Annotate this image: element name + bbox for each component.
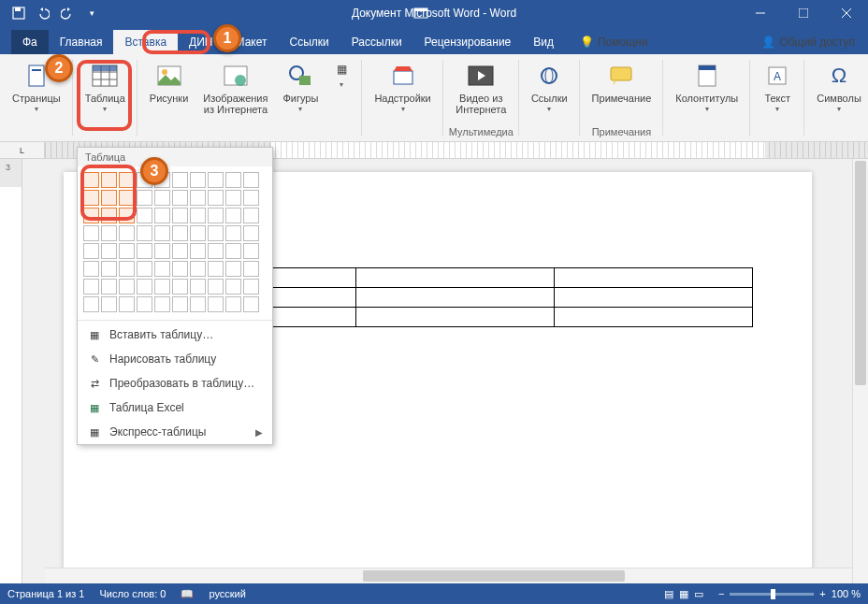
grid-cell[interactable] xyxy=(172,296,188,312)
grid-cell[interactable] xyxy=(119,296,135,312)
grid-cell[interactable] xyxy=(190,208,206,223)
grid-cell[interactable] xyxy=(154,261,170,277)
grid-cell[interactable] xyxy=(101,208,117,223)
grid-cell[interactable] xyxy=(243,243,259,259)
grid-cell[interactable] xyxy=(101,172,117,188)
addins-button[interactable]: Надстройки▾ xyxy=(368,56,437,137)
grid-cell[interactable] xyxy=(83,190,99,206)
grid-cell[interactable] xyxy=(243,279,259,295)
grid-cell[interactable] xyxy=(83,172,99,188)
header-footer-button[interactable]: Колонтитулы▾ xyxy=(669,56,745,137)
grid-cell[interactable] xyxy=(190,172,206,188)
grid-cell[interactable] xyxy=(208,261,224,277)
grid-cell[interactable] xyxy=(225,208,241,223)
grid-cell[interactable] xyxy=(243,208,259,223)
grid-cell[interactable] xyxy=(101,296,117,312)
grid-cell[interactable] xyxy=(190,279,206,295)
grid-cell[interactable] xyxy=(243,190,259,206)
tab-mailings[interactable]: Рассылки xyxy=(340,30,413,54)
comment-button[interactable]: Примечание xyxy=(586,56,658,126)
zoom-level[interactable]: 100 % xyxy=(832,588,861,599)
grid-cell[interactable] xyxy=(190,190,206,206)
grid-cell[interactable] xyxy=(101,190,117,206)
grid-cell[interactable] xyxy=(119,190,135,206)
horizontal-scrollbar[interactable] xyxy=(45,568,852,583)
save-icon[interactable] xyxy=(7,2,30,24)
grid-cell[interactable] xyxy=(154,279,170,295)
grid-cell[interactable] xyxy=(208,243,224,259)
qat-more-icon[interactable]: ▾ xyxy=(80,2,103,24)
grid-cell[interactable] xyxy=(154,190,170,206)
tab-review[interactable]: Рецензирование xyxy=(413,30,523,54)
grid-cell[interactable] xyxy=(119,243,135,259)
undo-icon[interactable] xyxy=(32,2,54,24)
read-mode-icon[interactable]: ▤ xyxy=(664,588,673,600)
language-indicator[interactable]: русский xyxy=(209,588,245,599)
excel-table-item[interactable]: ▦Таблица Excel xyxy=(78,395,272,420)
grid-cell[interactable] xyxy=(83,261,99,277)
grid-cell[interactable] xyxy=(190,261,206,277)
tell-me[interactable]: 💡Помощни xyxy=(574,30,653,54)
vertical-scrollbar[interactable] xyxy=(852,159,868,583)
grid-cell[interactable] xyxy=(83,279,99,295)
grid-cell[interactable] xyxy=(154,296,170,312)
scrollbar-thumb[interactable] xyxy=(855,161,866,385)
grid-cell[interactable] xyxy=(172,279,188,295)
grid-cell[interactable] xyxy=(172,208,188,223)
grid-cell[interactable] xyxy=(225,190,241,206)
grid-cell[interactable] xyxy=(208,190,224,206)
minimize-button[interactable] xyxy=(739,0,782,26)
grid-cell[interactable] xyxy=(172,225,188,241)
grid-cell[interactable] xyxy=(119,279,135,295)
zoom-in-button[interactable]: + xyxy=(819,588,825,599)
grid-cell[interactable] xyxy=(83,225,99,241)
grid-cell[interactable] xyxy=(208,296,224,312)
grid-cell[interactable] xyxy=(190,296,206,312)
grid-cell[interactable] xyxy=(243,225,259,241)
grid-cell[interactable] xyxy=(101,261,117,277)
table-size-grid[interactable] xyxy=(78,166,272,318)
grid-cell[interactable] xyxy=(172,172,188,188)
share-button[interactable]: 👤Общий доступ xyxy=(748,30,868,54)
online-video-button[interactable]: Видео из Интернета xyxy=(449,56,513,126)
grid-cell[interactable] xyxy=(225,243,241,259)
grid-cell[interactable] xyxy=(190,243,206,259)
symbols-button[interactable]: ΩСимволы▾ xyxy=(810,56,868,137)
shapes-button[interactable]: Фигуры▾ xyxy=(276,56,325,137)
grid-cell[interactable] xyxy=(137,243,152,259)
grid-cell[interactable] xyxy=(225,296,241,312)
tab-home[interactable]: Главная xyxy=(49,30,114,54)
tab-insert[interactable]: Вставка xyxy=(113,30,178,54)
grid-cell[interactable] xyxy=(172,243,188,259)
grid-cell[interactable] xyxy=(208,208,224,223)
grid-cell[interactable] xyxy=(137,208,152,223)
grid-cell[interactable] xyxy=(243,261,259,277)
zoom-slider-thumb[interactable] xyxy=(771,589,775,599)
web-layout-icon[interactable]: ▭ xyxy=(694,588,703,600)
grid-cell[interactable] xyxy=(208,279,224,295)
insert-table-item[interactable]: ▦Вставить таблицу… xyxy=(78,323,272,347)
quick-tables-item[interactable]: ▦Экспресс-таблицы▶ xyxy=(78,420,272,444)
grid-cell[interactable] xyxy=(83,296,99,312)
table-button[interactable]: Таблица▾ xyxy=(79,56,132,137)
grid-cell[interactable] xyxy=(101,243,117,259)
zoom-out-button[interactable]: − xyxy=(718,588,724,599)
tab-references[interactable]: Ссылки xyxy=(278,30,340,54)
grid-cell[interactable] xyxy=(101,225,117,241)
grid-cell[interactable] xyxy=(137,261,152,277)
grid-cell[interactable] xyxy=(101,279,117,295)
text-button[interactable]: AТекст▾ xyxy=(756,56,799,137)
online-pictures-button[interactable]: Изображения из Интернета xyxy=(196,56,274,137)
grid-cell[interactable] xyxy=(172,261,188,277)
grid-cell[interactable] xyxy=(225,225,241,241)
grid-cell[interactable] xyxy=(225,172,241,188)
tab-file[interactable]: Фа xyxy=(11,30,49,54)
grid-cell[interactable] xyxy=(137,296,152,312)
page-indicator[interactable]: Страница 1 из 1 xyxy=(7,588,84,599)
grid-cell[interactable] xyxy=(119,225,135,241)
grid-cell[interactable] xyxy=(83,243,99,259)
illustrations-more-button[interactable]: ▦▾ xyxy=(326,56,356,137)
draw-table-item[interactable]: ✎Нарисовать таблицу xyxy=(78,347,272,371)
close-button[interactable] xyxy=(825,0,868,26)
spellcheck-icon[interactable]: 📖 xyxy=(181,588,194,600)
